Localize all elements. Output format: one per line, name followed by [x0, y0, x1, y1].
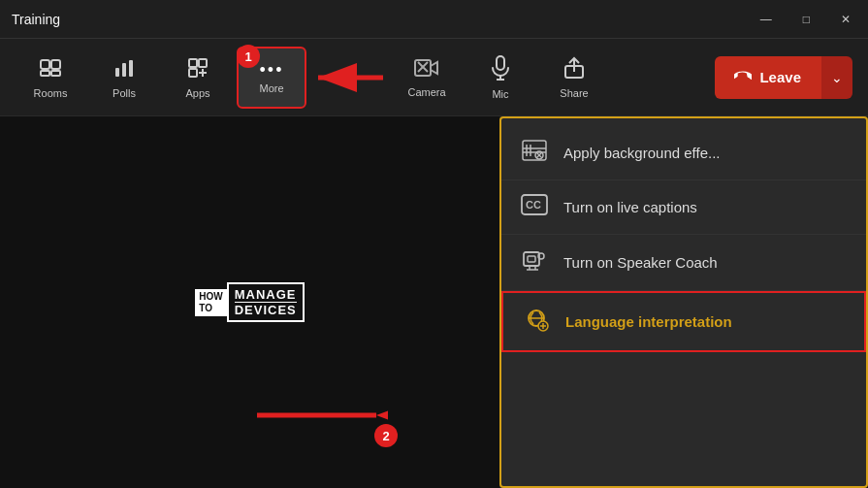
share-label: Share [560, 87, 588, 99]
leave-button[interactable]: Leave [715, 56, 820, 99]
svg-rect-33 [524, 252, 539, 266]
logo: HOWTO MANAGE DEVICES [195, 282, 305, 322]
title-bar: Training — □ ✕ [0, 0, 868, 39]
rooms-button[interactable]: Rooms [16, 47, 85, 109]
logo-manage: MANAGE [235, 287, 297, 302]
svg-text:CC: CC [526, 199, 541, 211]
menu-item-background[interactable]: Apply background effe... [501, 126, 866, 180]
camera-icon [414, 57, 439, 82]
leave-label: Leave [759, 69, 801, 85]
speaker-label: Turn on Speaker Coach [563, 254, 718, 271]
captions-icon: CC [521, 194, 548, 220]
language-icon [523, 307, 550, 337]
menu-item-captions[interactable]: CC Turn on live captions [501, 180, 866, 235]
mic-label: Mic [492, 88, 508, 100]
arrow-1-container [310, 47, 388, 109]
language-label: Language interpretation [565, 313, 732, 330]
background-icon [521, 140, 548, 166]
menu-item-language[interactable]: Language interpretation [501, 291, 866, 352]
arrow-2-container [252, 396, 388, 435]
rooms-label: Rooms [34, 87, 68, 99]
leave-chevron-button[interactable]: ⌄ [820, 56, 852, 99]
share-icon [563, 56, 585, 83]
svg-rect-34 [528, 256, 535, 262]
more-icon: ••• [260, 61, 284, 79]
svg-rect-6 [129, 60, 133, 77]
more-label: More [259, 82, 283, 94]
polls-label: Polls [113, 87, 136, 99]
apps-label: Apps [185, 87, 209, 99]
svg-rect-5 [122, 63, 126, 77]
logo-devices: DEVICES [235, 302, 297, 317]
menu-item-speaker[interactable]: Turn on Speaker Coach [501, 235, 866, 291]
apps-icon [186, 56, 209, 83]
svg-rect-8 [199, 59, 207, 67]
toolbar: 1 Rooms Polls [0, 39, 868, 116]
arrow-2-svg [252, 396, 388, 435]
rooms-icon [39, 56, 62, 83]
svg-rect-7 [189, 59, 197, 67]
arrow-1-svg [310, 58, 388, 97]
svg-rect-2 [41, 71, 49, 76]
maximize-button[interactable]: □ [797, 11, 816, 28]
main-area: HOWTO MANAGE DEVICES [0, 116, 868, 488]
svg-rect-3 [51, 71, 60, 76]
minimize-button[interactable]: — [755, 11, 778, 28]
close-button[interactable]: ✕ [835, 11, 856, 28]
background-label: Apply background effe... [563, 145, 721, 161]
svg-rect-16 [497, 56, 504, 70]
svg-rect-9 [189, 69, 197, 77]
dropdown-menu: Apply background effe... CC Turn on live… [499, 116, 868, 488]
logo-how: HOWTO [195, 289, 226, 316]
svg-rect-1 [51, 60, 60, 69]
leave-button-group: Leave ⌄ [715, 56, 852, 99]
phone-icon [734, 69, 752, 86]
captions-label: Turn on live captions [563, 199, 697, 215]
svg-rect-4 [115, 68, 119, 77]
svg-rect-0 [41, 60, 49, 69]
window-title: Training [12, 12, 60, 27]
share-button[interactable]: Share [539, 47, 609, 109]
camera-label: Camera [407, 86, 445, 98]
left-panel: HOWTO MANAGE DEVICES [0, 116, 499, 488]
window-controls: — □ ✕ [755, 11, 856, 28]
polls-button[interactable]: Polls [89, 47, 159, 109]
speaker-icon [521, 248, 548, 277]
badge-2: 2 [374, 424, 398, 447]
badge-1: 1 [237, 45, 260, 68]
mic-icon [491, 55, 510, 84]
apps-button[interactable]: Apps [163, 47, 233, 109]
camera-button[interactable]: Camera [392, 47, 462, 109]
polls-icon [113, 56, 136, 83]
mic-button[interactable]: Mic [466, 47, 535, 109]
